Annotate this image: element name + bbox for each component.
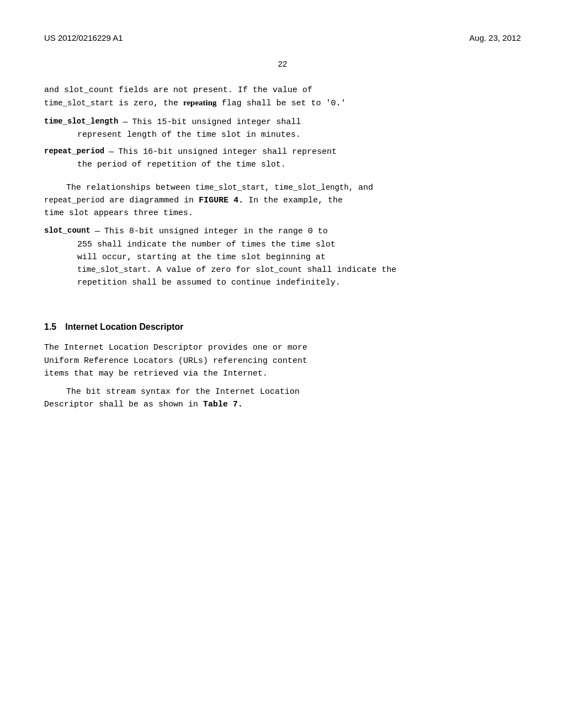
repeating-word: repeating	[183, 98, 217, 107]
repeat-period-definition: repeat_period — This 16-bit unsigned int…	[44, 146, 521, 172]
slot-count-ref: slot_count	[255, 265, 302, 274]
time-slot-length-line: time_slot_length — This 15-bit unsigned …	[44, 116, 521, 129]
repeat-period-dash: —	[109, 146, 114, 158]
slot-count-term: slot_count	[44, 225, 90, 237]
slot-count-line2: 255 shall indicate the number of times t…	[44, 238, 521, 251]
time-slot-length-inline: time_slot_length,	[274, 183, 353, 192]
intro-line-1: and slot_count fields are not present. I…	[44, 84, 521, 97]
time-slot-length-continuation: represent length of the time slot in min…	[44, 129, 521, 141]
time-slot-length-term: time_slot_length	[44, 116, 118, 128]
repeat-period-body: This 16-bit unsigned integer shall repre…	[118, 146, 521, 158]
relationships-line-1: The relationships between time_slot_star…	[66, 183, 373, 192]
section-body-line3: items that may be retrieved via the Inte…	[44, 367, 521, 380]
relationships-paragraph: The relationships between time_slot_star…	[44, 181, 521, 194]
bit-stream-line2: Descriptor shall be as shown in Table 7.	[44, 398, 521, 411]
intro-text-1: and slot_count fields are not present. I…	[44, 85, 312, 95]
slot-count-line3: will occur, starting at the time slot be…	[44, 251, 521, 264]
time-slot-length-dash: —	[122, 116, 127, 129]
document-content: and slot_count fields are not present. I…	[44, 84, 521, 411]
time-slot-length-definition: time_slot_length — This 15-bit unsigned …	[44, 116, 521, 142]
time-slot-start-ref: time_slot_start	[44, 99, 114, 108]
section-heading: 1.5Internet Location Descriptor	[44, 320, 521, 334]
relationships-line-3: time slot appears three times.	[44, 207, 521, 220]
patent-number: US 2012/0216229 A1	[44, 33, 123, 42]
slot-count-line5: repetition shall be assumed to continue …	[44, 276, 521, 289]
bit-stream-line1: The bit stream syntax for the Internet L…	[66, 387, 300, 397]
slot-count-line4: time_slot_start. A value of zero for slo…	[44, 264, 521, 276]
figure-ref: FIGURE 4.	[199, 196, 243, 205]
slot-count-line: slot_count — This 8-bit unsigned integer…	[44, 225, 521, 238]
page-header: US 2012/0216229 A1 Aug. 23, 2012	[44, 33, 521, 42]
relationships-line-2: repeat_period are diagrammed in FIGURE 4…	[44, 194, 521, 207]
repeat-period-inline: repeat_period	[44, 196, 104, 205]
slot-count-dash: —	[95, 225, 100, 238]
slot-count-body: This 8-bit unsigned integer in the range…	[104, 225, 521, 238]
patent-date: Aug. 23, 2012	[470, 33, 521, 42]
intro-line-2: time_slot_start is zero, the repeating f…	[44, 97, 521, 110]
bit-stream-paragraph: The bit stream syntax for the Internet L…	[44, 386, 521, 398]
repeat-period-term: repeat_period	[44, 146, 104, 158]
section-title: Internet Location Descriptor	[65, 322, 183, 331]
repeat-period-line: repeat_period — This 16-bit unsigned int…	[44, 146, 521, 158]
time-slot-start-inline: time_slot_start,	[195, 183, 269, 192]
page-number: 22	[44, 59, 521, 68]
section-body-line1: The Internet Location Descriptor provide…	[44, 341, 521, 354]
table-ref: Table 7.	[203, 400, 243, 409]
section-body-line2: Uniform Reference Locators (URLs) refere…	[44, 355, 521, 367]
section-number: 1.5	[44, 322, 56, 331]
time-slot-start-ref2: time_slot_start.	[77, 265, 151, 274]
slot-count-definition: slot_count — This 8-bit unsigned integer…	[44, 225, 521, 289]
time-slot-length-body: This 15-bit unsigned integer shall	[132, 116, 521, 129]
intro-text-2: is zero, the repeating flag shall be set…	[114, 99, 346, 108]
repeat-period-continuation: the period of repetition of the time slo…	[44, 158, 521, 171]
page: US 2012/0216229 A1 Aug. 23, 2012 22 and …	[0, 0, 565, 728]
